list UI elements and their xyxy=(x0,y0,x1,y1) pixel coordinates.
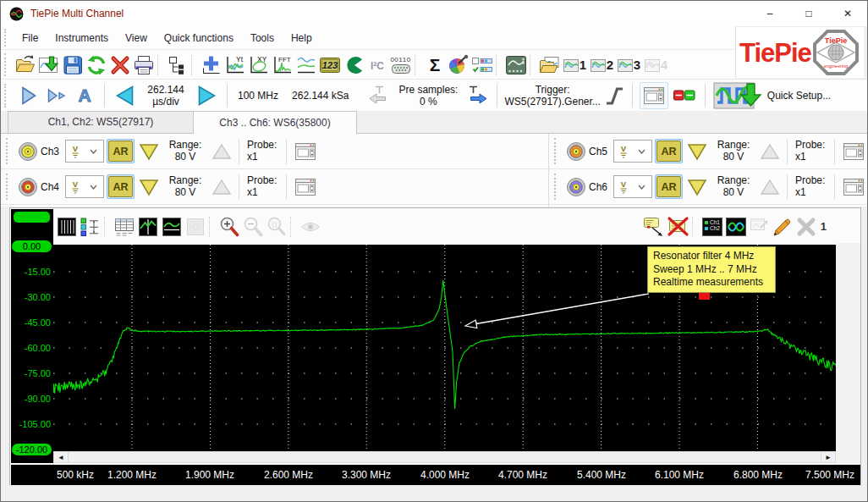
timebase-decrease-button[interactable] xyxy=(112,82,139,109)
menu-quick-functions[interactable]: Quick functions xyxy=(156,32,242,44)
comment-annotation[interactable]: Resonator filter 4 MHz Sweep 1 MHz .. 7 … xyxy=(647,246,776,293)
preset-icon-2[interactable]: 2 xyxy=(589,52,616,78)
y-axis-tick-endpoint[interactable]: -120.00 xyxy=(12,444,52,455)
scale-vertical-icon[interactable] xyxy=(136,214,160,240)
tab-ch3-ch6-ws6[interactable]: Ch3 .. Ch6: WS6(35800) xyxy=(193,111,357,134)
close-button[interactable]: ✕ xyxy=(828,1,867,26)
menu-bar: FileInstrumentsViewQuick functionsToolsH… xyxy=(1,26,735,49)
channel-settings-button[interactable] xyxy=(840,139,867,164)
autorange-button[interactable]: AR xyxy=(108,176,133,197)
preset-icon-3[interactable]: 3 xyxy=(616,52,643,78)
delete-icon[interactable] xyxy=(108,52,132,78)
y-axis-tick-endpoint[interactable]: 0.00 xyxy=(12,240,52,252)
open-setup-icon[interactable] xyxy=(538,52,562,78)
pen-icon[interactable] xyxy=(772,214,795,240)
coupling-select[interactable]: V xyxy=(65,140,104,163)
autorange-button[interactable]: AR xyxy=(108,141,133,162)
combined-graph-icon[interactable] xyxy=(294,52,318,78)
legend-icon[interactable]: Ch1Ch2 xyxy=(700,214,724,240)
table-icon[interactable] xyxy=(113,214,136,240)
gauge-icon[interactable] xyxy=(342,52,365,78)
auto-setup-button[interactable]: A xyxy=(72,83,97,108)
coupling-select[interactable]: V xyxy=(613,175,652,198)
range-decrease-button[interactable] xyxy=(685,176,709,198)
colors-icon[interactable] xyxy=(447,52,470,78)
svg-text:3: 3 xyxy=(634,57,640,71)
toolbar-grip[interactable] xyxy=(4,53,11,75)
save-icon[interactable] xyxy=(61,52,85,78)
panels-icon[interactable] xyxy=(470,52,494,78)
channel-settings-button[interactable] xyxy=(292,139,319,164)
trace-colors-icon[interactable] xyxy=(724,214,748,240)
presamples-increase-button[interactable] xyxy=(463,83,490,108)
toolbar-grip[interactable] xyxy=(6,174,13,200)
autorange-button[interactable]: AR xyxy=(656,141,681,162)
autorange-button-selected: AR xyxy=(655,174,683,199)
toolbar-grip[interactable] xyxy=(4,29,11,46)
channel-settings-button[interactable] xyxy=(840,174,867,200)
menu-file[interactable]: File xyxy=(14,32,47,44)
yt-graph-icon[interactable]: Yt xyxy=(223,52,247,78)
comment-delete-icon[interactable] xyxy=(667,214,690,240)
offsets-icon[interactable] xyxy=(79,214,102,240)
menu-instruments[interactable]: Instruments xyxy=(47,32,117,44)
grid-icon[interactable] xyxy=(55,214,79,240)
timebase-increase-button[interactable] xyxy=(193,82,220,109)
protocol-analyzer-icon[interactable]: 00110 xyxy=(389,52,413,78)
trigger-edge-icon[interactable] xyxy=(603,84,625,108)
print-icon[interactable] xyxy=(132,52,156,78)
trigger-display[interactable]: Trigger: WS5(27917).Gener... xyxy=(504,84,600,108)
comment-add-icon[interactable] xyxy=(643,214,667,240)
graph-settings-icon[interactable] xyxy=(504,52,528,78)
toolbar-grip[interactable] xyxy=(554,138,561,164)
plot-area[interactable]: Resonator filter 4 MHz Sweep 1 MHz .. 7 … xyxy=(53,245,836,451)
clear-icon[interactable] xyxy=(795,214,819,240)
channel-enable-button[interactable] xyxy=(671,83,698,108)
autorange-button[interactable]: AR xyxy=(656,176,681,197)
i2c-icon[interactable]: I²C xyxy=(365,52,389,78)
quick-setup-button[interactable] xyxy=(712,80,763,112)
range-decrease-button[interactable] xyxy=(137,176,161,198)
toolbar-grip[interactable] xyxy=(6,138,13,164)
tab-ch1-ch2-ws5[interactable]: Ch1, Ch2: WS5(27917) xyxy=(8,111,194,133)
coupling-select[interactable]: V xyxy=(65,175,104,198)
zoom-in-icon[interactable] xyxy=(217,214,241,240)
menu-view[interactable]: View xyxy=(117,32,156,44)
separator xyxy=(834,174,835,200)
add-graph-icon[interactable] xyxy=(200,52,223,78)
scale-horizontal-icon[interactable] xyxy=(160,214,184,240)
plot-scrollbar[interactable]: ◄ ► xyxy=(53,451,836,463)
range-decrease-button[interactable] xyxy=(685,141,709,163)
open-icon[interactable] xyxy=(14,52,37,78)
axis-channel-indicator[interactable] xyxy=(14,212,50,223)
object-tree-icon[interactable] xyxy=(166,52,190,78)
toolbar-separator xyxy=(692,217,699,237)
quick-setup-label[interactable]: Quick Setup... xyxy=(767,90,831,102)
presamples-decrease-button[interactable] xyxy=(366,83,393,108)
range-label: Range: xyxy=(711,140,755,152)
menu-help[interactable]: Help xyxy=(283,32,321,44)
trigger-settings-button[interactable] xyxy=(640,82,668,109)
preset-icon-1[interactable]: 1 xyxy=(562,52,589,78)
meter-icon[interactable]: 123 xyxy=(318,52,342,78)
sum-icon[interactable]: Σ xyxy=(423,52,447,78)
toolbar-grip[interactable] xyxy=(4,84,11,108)
coupling-select[interactable]: V xyxy=(613,140,652,163)
fft-graph-icon[interactable]: FFT xyxy=(271,52,294,78)
load-data-icon[interactable] xyxy=(37,52,61,78)
refresh-icon[interactable] xyxy=(85,52,108,78)
menu-tools[interactable]: Tools xyxy=(242,32,283,44)
scroll-left-button[interactable]: ◄ xyxy=(54,452,69,462)
channel-label: Ch5 xyxy=(589,146,611,157)
graph-toolbar: [:] Ch1Ch2 1 xyxy=(55,210,859,243)
start-measurement-button[interactable] xyxy=(16,83,41,108)
annotation-anchor[interactable] xyxy=(699,293,710,300)
minimize-button[interactable]: – xyxy=(750,1,789,26)
scroll-right-button[interactable]: ► xyxy=(821,452,835,462)
toolbar-grip[interactable] xyxy=(554,174,561,200)
oneshot-button[interactable] xyxy=(44,83,69,108)
maximize-button[interactable]: □ xyxy=(789,1,828,26)
xy-graph-icon[interactable]: XY xyxy=(247,52,271,78)
range-decrease-button[interactable] xyxy=(137,141,161,163)
channel-settings-button[interactable] xyxy=(292,174,319,200)
